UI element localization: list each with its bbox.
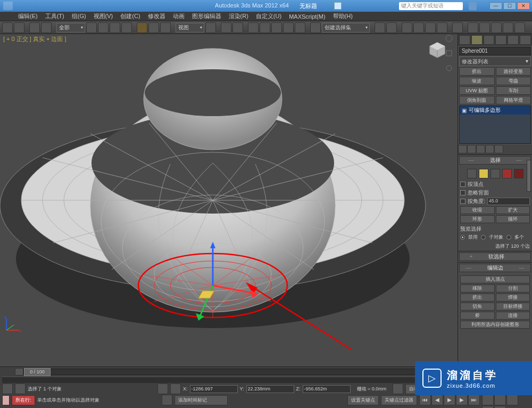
key-filter-button[interactable]: 关键点过滤器 bbox=[381, 395, 417, 405]
redo-button[interactable] bbox=[14, 22, 24, 33]
percent-snap-button[interactable] bbox=[283, 22, 294, 33]
mod-bevelprofile[interactable]: 倒角剖面 bbox=[459, 96, 495, 104]
shrink-button[interactable]: 收缩 bbox=[460, 206, 495, 214]
menu-group[interactable]: 组(G) bbox=[72, 12, 86, 20]
render-iterative-button[interactable] bbox=[503, 22, 513, 33]
connect-edge-button[interactable]: 连接 bbox=[496, 312, 530, 320]
spinner-snap-button[interactable] bbox=[295, 22, 305, 33]
menu-graph-editors[interactable]: 图形编辑器 bbox=[192, 12, 221, 20]
next-frame-button[interactable]: ▶ bbox=[456, 395, 468, 405]
close-button[interactable]: ✕ bbox=[517, 2, 530, 10]
hierarchy-tab[interactable] bbox=[484, 35, 495, 45]
angle-snap-button[interactable] bbox=[271, 22, 282, 33]
create-shape-button[interactable]: 利用所选内容创建图形 bbox=[460, 321, 530, 329]
selection-rollup-header[interactable]: —选择— bbox=[459, 156, 531, 165]
weld-edge-button[interactable]: 焊接 bbox=[496, 293, 530, 301]
snap-toggle-2d[interactable] bbox=[248, 22, 259, 33]
mod-noise[interactable]: 噪波 bbox=[459, 77, 495, 85]
mod-lathe[interactable]: 车削 bbox=[496, 86, 531, 95]
select-region-button[interactable] bbox=[110, 22, 120, 33]
goto-start-button[interactable]: ⏮ bbox=[419, 395, 431, 405]
bridge-edge-button[interactable]: 桥 bbox=[460, 312, 495, 320]
menu-modifiers[interactable]: 修改器 bbox=[148, 12, 165, 20]
steering-wheel-icon[interactable] bbox=[445, 34, 453, 43]
grow-button[interactable]: 扩大 bbox=[496, 206, 530, 214]
undo-button[interactable] bbox=[2, 22, 13, 33]
create-tab[interactable] bbox=[459, 35, 470, 45]
search-go-icon[interactable] bbox=[469, 2, 477, 10]
mod-bend[interactable]: 弯曲 bbox=[496, 77, 531, 85]
add-time-tag-button[interactable]: 添加时间标记 bbox=[174, 395, 228, 405]
time-slider-handle[interactable]: 0 / 100 bbox=[24, 368, 51, 376]
render-setup-button[interactable] bbox=[468, 22, 478, 33]
track-bar-toggle[interactable] bbox=[2, 383, 13, 394]
select-and-manipulate-button[interactable] bbox=[221, 22, 231, 33]
split-edge-button[interactable]: 分割 bbox=[496, 284, 530, 292]
field-of-view-button[interactable] bbox=[494, 395, 506, 405]
extrude-edge-button[interactable]: 挤出 bbox=[460, 293, 495, 301]
preview-multi-radio[interactable] bbox=[506, 235, 511, 240]
schematic-view-button[interactable] bbox=[437, 22, 447, 33]
layer-manager-button[interactable] bbox=[402, 22, 412, 33]
rendered-frame-window-button[interactable] bbox=[479, 22, 490, 33]
search-input[interactable]: 键入关键字或短语 bbox=[399, 2, 463, 10]
object-name-field[interactable]: Sphere001 bbox=[459, 47, 531, 55]
soft-selection-header[interactable]: +软选择 bbox=[459, 252, 531, 261]
polygon-level-icon[interactable] bbox=[502, 169, 512, 178]
orbit-icon[interactable] bbox=[445, 64, 453, 72]
comm-center-button[interactable] bbox=[162, 395, 172, 405]
set-key-button[interactable]: 设置关键点 bbox=[347, 395, 379, 405]
use-pivot-center-button[interactable] bbox=[205, 22, 216, 33]
modifier-stack[interactable]: ▣ 可编辑多边形 bbox=[459, 105, 531, 144]
menu-views[interactable]: 视图(V) bbox=[94, 12, 113, 20]
border-level-icon[interactable] bbox=[491, 169, 500, 178]
maxscript-listener[interactable] bbox=[2, 395, 10, 405]
menu-edit[interactable]: 编辑(E) bbox=[18, 12, 38, 20]
edge-level-icon[interactable] bbox=[479, 169, 488, 178]
link-button[interactable] bbox=[29, 22, 40, 33]
angle-spinner[interactable]: 45.0 bbox=[487, 198, 530, 205]
pan-view-button[interactable] bbox=[506, 395, 518, 405]
show-end-result-button[interactable] bbox=[467, 145, 476, 153]
expand-icon[interactable]: ▣ bbox=[462, 108, 467, 113]
element-level-icon[interactable] bbox=[514, 169, 523, 178]
preview-subobj-radio[interactable] bbox=[481, 235, 486, 240]
vertex-level-icon[interactable] bbox=[467, 169, 477, 178]
keyboard-shortcut-override-button[interactable] bbox=[232, 22, 243, 33]
lock-selection-button[interactable] bbox=[157, 383, 168, 394]
viewport-canvas[interactable] bbox=[0, 34, 458, 366]
menu-help[interactable]: 帮助(H) bbox=[333, 12, 353, 20]
menu-tools[interactable]: 工具(T) bbox=[45, 12, 64, 20]
mod-uvw[interactable]: UVW 贴图 bbox=[459, 86, 495, 95]
pan-icon[interactable] bbox=[445, 49, 453, 58]
insert-vertex-button[interactable]: 插入顶点 bbox=[460, 275, 530, 283]
configure-modifier-sets-button[interactable] bbox=[494, 145, 503, 153]
chamfer-edge-button[interactable]: 切角 bbox=[460, 303, 495, 311]
material-editor-button[interactable] bbox=[452, 22, 463, 33]
ring-button[interactable]: 环形 bbox=[460, 215, 495, 223]
remove-modifier-button[interactable] bbox=[485, 145, 494, 153]
y-coord-field[interactable]: 22.238mm bbox=[246, 385, 294, 393]
prev-frame-button[interactable]: ◀ bbox=[431, 395, 443, 405]
orbit-view-button[interactable] bbox=[482, 406, 494, 408]
select-object-button[interactable] bbox=[86, 22, 97, 33]
render-production-button[interactable] bbox=[491, 22, 502, 33]
curve-editor-button[interactable] bbox=[425, 22, 436, 33]
z-coord-field[interactable]: -956.652m bbox=[303, 385, 351, 393]
menu-rendering[interactable]: 渲染(R) bbox=[229, 12, 248, 20]
graphite-modeling-button[interactable] bbox=[413, 22, 424, 33]
edit-edges-header[interactable]: —编辑边— bbox=[459, 264, 531, 272]
infocenter-icon[interactable] bbox=[334, 2, 342, 10]
coord-display-mode[interactable] bbox=[170, 383, 181, 394]
preview-off-radio[interactable] bbox=[460, 235, 465, 240]
modify-tab[interactable] bbox=[471, 35, 483, 45]
ref-coord-dropdown[interactable]: 视图 bbox=[176, 23, 204, 32]
window-crossing-button[interactable] bbox=[121, 22, 132, 33]
by-angle-checkbox[interactable] bbox=[460, 199, 466, 204]
viewport[interactable] bbox=[0, 34, 458, 366]
target-weld-button[interactable]: 目标焊接 bbox=[496, 303, 530, 311]
time-slider-prev[interactable] bbox=[15, 368, 23, 376]
menu-animation[interactable]: 动画 bbox=[173, 12, 185, 20]
make-unique-button[interactable] bbox=[476, 145, 485, 153]
unlink-button[interactable] bbox=[41, 22, 52, 33]
